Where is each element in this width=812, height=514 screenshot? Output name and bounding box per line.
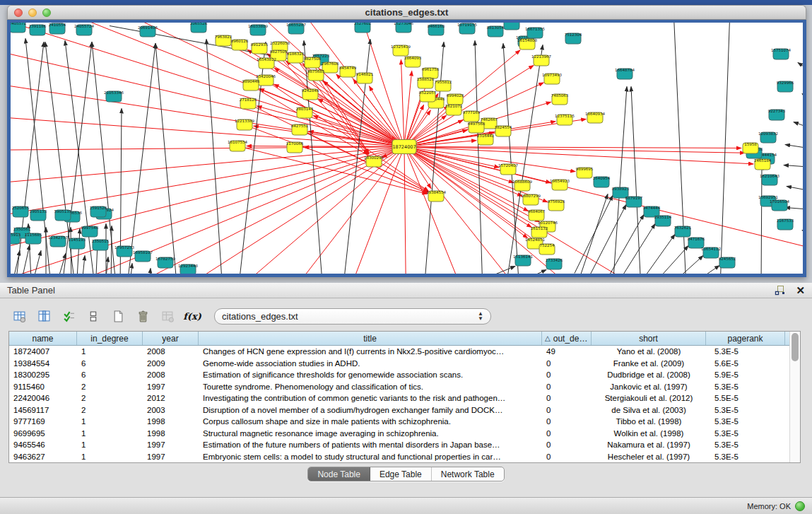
column-header-pagerank[interactable]: pagerank (706, 332, 785, 345)
table-cell[interactable]: 5.6E-5 (706, 358, 785, 370)
table-cell[interactable]: 14569117 (9, 404, 77, 416)
table-cell[interactable]: 2008 (143, 346, 199, 358)
table-scrollbar-thumb[interactable] (792, 333, 799, 361)
table-cell[interactable]: 0 (542, 439, 592, 451)
function-builder-button[interactable]: f(x) (182, 307, 202, 325)
table-cell[interactable]: 19384554 (9, 358, 77, 370)
table-cell[interactable]: 1 (77, 451, 143, 463)
table-cell[interactable]: 1998 (143, 428, 199, 440)
column-header-out_de[interactable]: △out_de… (542, 332, 592, 345)
table-cell[interactable]: Disruption of a novel member of a sodium… (199, 404, 542, 416)
table-cell[interactable]: Dudbridge et al. (2008) (592, 369, 706, 381)
show-columns-button[interactable] (34, 307, 54, 325)
table-cell[interactable]: 5.3E-5 (706, 404, 785, 416)
table-cell[interactable]: 1997 (143, 381, 199, 393)
table-cell[interactable]: Changes of HCN gene expression and I(f) … (199, 346, 542, 358)
table-cell[interactable]: 1998 (143, 416, 199, 428)
table-cell[interactable]: 9699695 (9, 428, 77, 440)
table-row[interactable]: 1456911722003Disruption of a novel membe… (9, 404, 789, 416)
table-cell[interactable]: 5.3E-5 (706, 346, 785, 358)
table-cell[interactable]: 49 (542, 346, 592, 358)
column-header-year[interactable]: year (143, 332, 199, 345)
table-cell[interactable]: 0 (542, 404, 592, 416)
memory-status-indicator[interactable] (795, 501, 805, 511)
tab-node-table[interactable]: Node Table (308, 467, 370, 481)
table-cell[interactable]: 0 (542, 416, 592, 428)
table-cell[interactable]: Estimation of the future numbers of pati… (199, 439, 542, 451)
table-cell[interactable]: Embryonic stem cells: a model to study s… (199, 451, 542, 463)
new-file-button[interactable] (108, 307, 128, 325)
table-cell[interactable]: 5.3E-5 (706, 381, 785, 393)
table-cell[interactable]: 2012 (143, 392, 199, 404)
delete-button[interactable] (133, 307, 153, 325)
table-cell[interactable]: Genome-wide association studies in ADHD. (199, 358, 542, 370)
table-cell[interactable]: 9115460 (9, 381, 77, 393)
table-cell[interactable]: 9465546 (9, 439, 77, 451)
table-cell[interactable]: 5.3E-5 (706, 428, 785, 440)
table-cell[interactable]: 0 (542, 451, 592, 463)
table-cell[interactable]: 0 (542, 392, 592, 404)
table-cell[interactable]: 9777169 (9, 416, 77, 428)
table-cell[interactable]: Stergiakouli et al. (2012) (592, 392, 706, 404)
graph-node[interactable] (504, 23, 519, 30)
table-cell[interactable]: 0 (542, 358, 592, 370)
row-height-button[interactable] (83, 307, 103, 325)
table-settings-button[interactable] (9, 307, 29, 325)
table-cell[interactable]: 18300295 (9, 369, 77, 381)
table-cell[interactable]: Yano et al. (2008) (592, 346, 706, 358)
close-panel-icon[interactable]: ✕ (796, 286, 805, 296)
table-row[interactable]: 1830029562008Estimation of significance … (9, 369, 789, 381)
table-cell[interactable]: 0 (542, 369, 592, 381)
table-cell[interactable]: 2003 (143, 404, 199, 416)
table-cell[interactable]: Investigating the contribution of common… (199, 392, 542, 404)
table-row[interactable]: 977716911998Corpus callosum shape and si… (9, 416, 789, 428)
float-panel-icon[interactable] (775, 285, 786, 296)
table-cell[interactable]: 5.3E-5 (706, 451, 785, 463)
column-header-short[interactable]: short (592, 332, 706, 345)
table-row[interactable]: 946362711997Embryonic stem cells: a mode… (9, 451, 789, 463)
table-cell[interactable]: 6 (77, 358, 143, 370)
table-cell[interactable]: 2 (77, 404, 143, 416)
table-cell[interactable]: 1997 (143, 451, 199, 463)
table-cell[interactable]: Structural magnetic resonance image aver… (199, 428, 542, 440)
table-cell[interactable]: 1 (77, 428, 143, 440)
select-checks-button[interactable] (59, 307, 78, 325)
table-cell[interactable]: Franke et al. (2009) (592, 358, 706, 370)
column-header-in_degree[interactable]: in_degree (77, 332, 143, 345)
tab-network-table[interactable]: Network Table (432, 467, 504, 481)
table-cell[interactable]: 1 (77, 416, 143, 428)
table-row[interactable]: 911546021997Tourette syndrome. Phenomeno… (9, 381, 789, 393)
table-cell[interactable]: Corpus callosum shape and size in male p… (199, 416, 542, 428)
table-row[interactable]: 1938455462009Genome-wide association stu… (9, 358, 789, 370)
table-selector-dropdown[interactable]: citations_edges.txt▲▼ (214, 308, 491, 325)
table-cell[interactable]: de Silva et al. (2003) (592, 404, 706, 416)
table-cell[interactable]: Hescheler et al. (1997) (592, 451, 706, 463)
table-row[interactable]: 2242004622012Investigating the contribut… (9, 392, 789, 404)
table-cell[interactable]: Jankovic et al. (1997) (592, 381, 706, 393)
window-titlebar[interactable]: citations_edges.txt (7, 5, 806, 20)
table-cell[interactable]: 1 (77, 346, 143, 358)
table-cell[interactable]: 22420046 (9, 392, 77, 404)
table-cell[interactable]: 5.5E-5 (706, 392, 785, 404)
table-cell[interactable]: 2008 (143, 369, 199, 381)
tab-edge-table[interactable]: Edge Table (370, 467, 432, 481)
table-cell[interactable]: 9463627 (9, 451, 77, 463)
table-row[interactable]: 946554611997Estimation of the future num… (9, 439, 789, 451)
table-cell[interactable]: 2 (77, 392, 143, 404)
table-cell[interactable]: Tourette syndrome. Phenomenology and cla… (199, 381, 542, 393)
table-cell[interactable]: Nakamura et al. (1997) (592, 439, 706, 451)
table-cell[interactable]: 5.3E-5 (706, 439, 785, 451)
table-cell[interactable]: 5.9E-5 (706, 369, 785, 381)
table-cell[interactable]: 6 (77, 369, 143, 381)
table-cell[interactable]: Wolkin et al. (1998) (592, 428, 706, 440)
table-cell[interactable]: 1997 (143, 439, 199, 451)
table-cell[interactable]: 2 (77, 381, 143, 393)
table-cell[interactable]: Tibbo et al. (1998) (592, 416, 706, 428)
network-canvas[interactable]: 2405572239118624105542405572420691406106… (11, 23, 803, 274)
table-cell[interactable]: 5.3E-5 (706, 416, 785, 428)
table-cell[interactable]: 18724007 (9, 346, 77, 358)
table-cell[interactable]: 2009 (143, 358, 199, 370)
table-row[interactable]: 969969511998Structural magnetic resonanc… (9, 428, 789, 440)
table-cell[interactable]: 1 (77, 439, 143, 451)
table-row[interactable]: 1872400712008Changes of HCN gene express… (9, 346, 789, 358)
